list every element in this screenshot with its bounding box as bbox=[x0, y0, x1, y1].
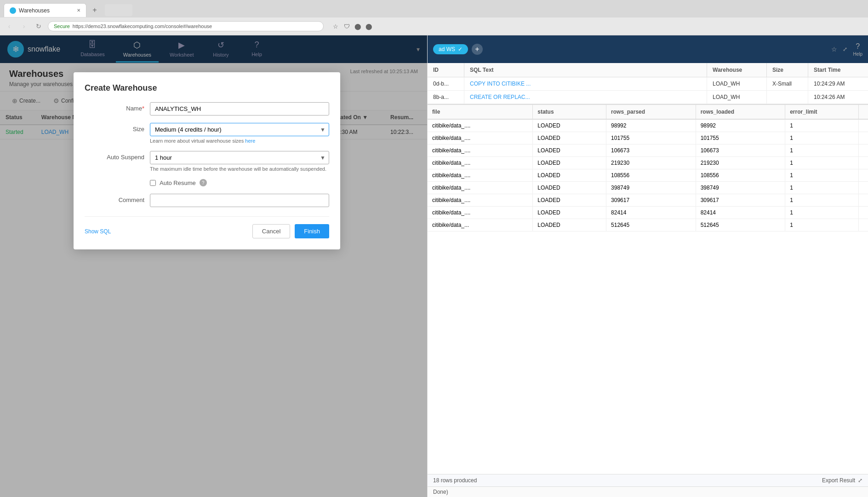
r-extra bbox=[859, 132, 868, 144]
sql-link-2[interactable]: CREATE OR REPLAC... bbox=[470, 94, 530, 100]
col-status-r: status bbox=[533, 105, 606, 119]
r-errlimit: 1 bbox=[785, 194, 859, 206]
results-body: citibike/data_.... LOADED 98992 98992 1 … bbox=[428, 120, 868, 474]
autosuspend-control: 1 min 5 min 10 min 30 min 1 hour 2 hours… bbox=[150, 151, 329, 172]
r-parsed: 512645 bbox=[606, 219, 696, 231]
h-id-2: 8b-a... bbox=[428, 91, 464, 104]
app-layout: ❄ snowflake 🗄 Databases ⬡ Warehouses ▶ W… bbox=[0, 35, 868, 497]
r-parsed: 106673 bbox=[606, 144, 696, 156]
r-file: citibike/data_.... bbox=[428, 169, 533, 181]
active-tab[interactable]: Warehouses ✕ bbox=[4, 3, 86, 17]
worksheet-tab[interactable]: ad WS ✓ bbox=[433, 44, 468, 54]
back-button[interactable]: ‹ bbox=[4, 21, 15, 32]
r-file: citibike/data_... bbox=[428, 219, 533, 231]
sql-link-1[interactable]: COPY INTO CITIBIKE ... bbox=[470, 81, 531, 87]
results-header: file status rows_parsed rows_loaded erro… bbox=[428, 105, 868, 120]
show-sql-link[interactable]: Show SQL bbox=[85, 228, 111, 235]
cancel-button[interactable]: Cancel bbox=[252, 224, 290, 238]
r-file: citibike/data_.... bbox=[428, 194, 533, 206]
history-row-1[interactable]: 0d-b... COPY INTO CITIBIKE ... LOAD_WH X… bbox=[428, 77, 868, 91]
r-loaded: 309617 bbox=[696, 194, 786, 206]
right-nav-actions: ☆ ⤢ ? Help bbox=[831, 42, 862, 57]
r-file: citibike/data_.... bbox=[428, 182, 533, 194]
result-row: citibike/data_.... LOADED 309617 309617 … bbox=[428, 194, 868, 207]
form-row-comment: Comment bbox=[85, 194, 329, 207]
add-tab-button[interactable]: + bbox=[472, 44, 483, 55]
modal-overlay[interactable]: Create Warehouse Name* Size bbox=[0, 35, 427, 497]
r-status: LOADED bbox=[533, 194, 606, 206]
r-parsed: 98992 bbox=[606, 120, 696, 132]
export-area: Export Result ⤢ bbox=[822, 477, 862, 484]
tab-close-button[interactable]: ✕ bbox=[77, 8, 80, 13]
result-row: citibike/data_.... LOADED 101755 101755 … bbox=[428, 132, 868, 144]
finish-button[interactable]: Finish bbox=[295, 224, 329, 238]
forward-button[interactable]: › bbox=[18, 21, 29, 32]
col-starttime: Start Time bbox=[808, 63, 868, 77]
r-errlimit: 1 bbox=[785, 219, 859, 231]
autosuspend-label: Auto Suspend bbox=[85, 151, 144, 161]
size-control: X-Small (1 credit / hour) Small (2 credi… bbox=[150, 123, 329, 144]
r-file: citibike/data_.... bbox=[428, 207, 533, 219]
result-row: citibike/data_.... LOADED 219230 219230 … bbox=[428, 157, 868, 169]
result-row: citibike/data_.... LOADED 398749 398749 … bbox=[428, 182, 868, 194]
comment-control bbox=[150, 194, 329, 207]
col-file: file bbox=[428, 105, 533, 119]
autosuspend-select[interactable]: 1 min 5 min 10 min 30 min 1 hour 2 hours… bbox=[150, 151, 329, 164]
extension-icon[interactable]: ⬤ bbox=[353, 22, 362, 31]
r-status: LOADED bbox=[533, 207, 606, 219]
col-warehouse: Warehouse bbox=[707, 63, 767, 77]
autoresume-help-icon[interactable]: ? bbox=[200, 179, 207, 186]
history-row-2[interactable]: 8b-a... CREATE OR REPLAC... LOAD_WH 10:2… bbox=[428, 91, 868, 104]
history-table-header: ID SQL Text Warehouse Size Start Time bbox=[428, 63, 868, 77]
form-row-autosuspend: Auto Suspend 1 min 5 min 10 min 30 min 1… bbox=[85, 151, 329, 172]
reload-button[interactable]: ↻ bbox=[33, 21, 44, 32]
url-text: https://demo23.snowflakecomputing.com/co… bbox=[73, 23, 318, 29]
extension-icon-2[interactable]: ⬤ bbox=[364, 22, 373, 31]
shield-icon[interactable]: 🛡 bbox=[342, 22, 351, 31]
result-row: citibike/data_... LOADED 512645 512645 1 bbox=[428, 219, 868, 231]
r-parsed: 108556 bbox=[606, 169, 696, 181]
r-parsed: 398749 bbox=[606, 182, 696, 194]
r-extra bbox=[859, 194, 868, 206]
h-start-2: 10:24:26 AM bbox=[808, 91, 868, 104]
comment-label: Comment bbox=[85, 194, 144, 203]
name-control bbox=[150, 102, 329, 116]
url-bar[interactable]: Secure https://demo23.snowflakecomputing… bbox=[48, 21, 324, 31]
fullscreen-icon[interactable]: ⤢ bbox=[858, 477, 862, 484]
col-id: ID bbox=[428, 63, 464, 77]
h-start-1: 10:24:29 AM bbox=[808, 77, 868, 90]
col-extra bbox=[859, 105, 868, 119]
r-extra bbox=[859, 207, 868, 219]
bookmark-icon[interactable]: ☆ bbox=[331, 22, 340, 31]
name-input[interactable] bbox=[150, 102, 329, 116]
export-button[interactable]: Export Result bbox=[822, 477, 855, 484]
comment-input[interactable] bbox=[150, 194, 329, 207]
r-errlimit: 1 bbox=[785, 144, 859, 156]
done-bar: Done) bbox=[428, 486, 868, 497]
size-select[interactable]: X-Small (1 credit / hour) Small (2 credi… bbox=[150, 123, 329, 136]
tab-bar: Warehouses ✕ + bbox=[0, 0, 868, 17]
done-text: Done) bbox=[433, 489, 448, 495]
right-help[interactable]: ? Help bbox=[853, 42, 862, 57]
r-status: LOADED bbox=[533, 182, 606, 194]
r-file: citibike/data_.... bbox=[428, 157, 533, 169]
r-errlimit: 1 bbox=[785, 207, 859, 219]
r-status: LOADED bbox=[533, 157, 606, 169]
r-extra bbox=[859, 120, 868, 132]
r-extra bbox=[859, 157, 868, 169]
tab-label: ad WS bbox=[439, 46, 455, 52]
tab-placeholder bbox=[105, 4, 132, 16]
size-select-wrapper: X-Small (1 credit / hour) Small (2 credi… bbox=[150, 123, 329, 136]
new-tab-button[interactable]: + bbox=[88, 4, 101, 17]
r-parsed: 219230 bbox=[606, 157, 696, 169]
h-size-1: X-Small bbox=[767, 77, 808, 90]
col-size-h: Size bbox=[767, 63, 808, 77]
star-icon[interactable]: ☆ bbox=[831, 46, 837, 53]
h-id-1: 0d-b... bbox=[428, 77, 464, 90]
col-rows-parsed: rows_parsed bbox=[606, 105, 696, 119]
size-hint-link[interactable]: here bbox=[245, 138, 255, 144]
expand-icon[interactable]: ⤢ bbox=[843, 46, 847, 52]
dialog-actions: Cancel Finish bbox=[252, 224, 329, 238]
autoresume-checkbox[interactable] bbox=[150, 180, 156, 186]
r-parsed: 101755 bbox=[606, 132, 696, 144]
